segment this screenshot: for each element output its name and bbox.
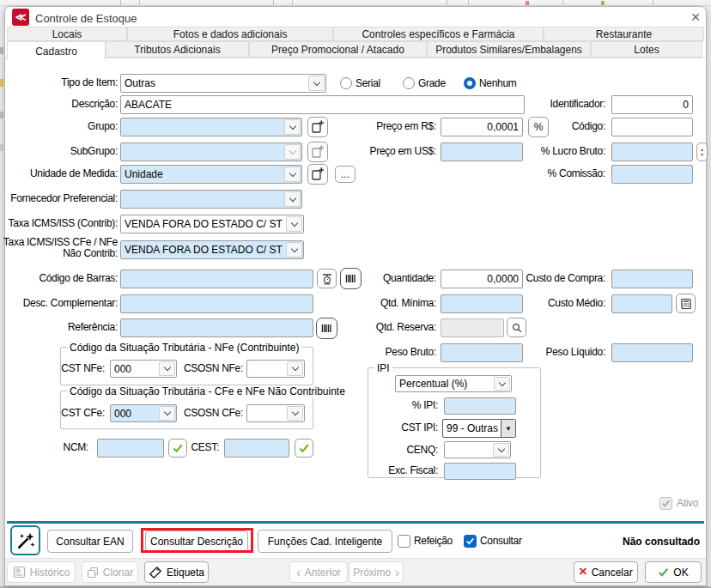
clonar-button[interactable]: Clonar bbox=[82, 561, 138, 583]
csosn-nfe-label: CSOSN NFe: bbox=[184, 363, 243, 374]
tab-tributos-adicionais[interactable]: Tributos Adicionais bbox=[106, 41, 249, 58]
descricao-input[interactable]: ABACATE bbox=[120, 95, 525, 114]
add-grupo-button[interactable] bbox=[307, 117, 328, 137]
cenq-label: CENQ: bbox=[406, 445, 438, 456]
codigo-label: Código: bbox=[572, 121, 605, 132]
barcode-icon-button[interactable] bbox=[316, 318, 337, 339]
tab-locais[interactable]: Locais bbox=[7, 27, 127, 41]
lucro-bruto-input[interactable] bbox=[611, 142, 693, 161]
refeicao-label: Refeição bbox=[414, 536, 453, 547]
ncm-label: NCM: bbox=[64, 442, 88, 453]
anterior-button[interactable]: ‹Anterior bbox=[289, 561, 348, 583]
groupbox-cst-nfe-title: Código da Situação Tributária - NFe (Con… bbox=[67, 342, 301, 354]
tab-produtos-similares-embalagens[interactable]: Produtos Similares/Embalagens bbox=[427, 41, 591, 58]
ipi-percent-input[interactable] bbox=[444, 397, 516, 415]
unidade-more-button[interactable]: ... bbox=[335, 166, 356, 183]
ativo-label: Ativo bbox=[677, 498, 698, 509]
tipo-item-select[interactable]: Outras bbox=[120, 74, 326, 93]
proximo-button[interactable]: Próximo› bbox=[349, 561, 404, 583]
calculator-icon-button[interactable] bbox=[676, 294, 696, 313]
tab-preco-promocional-atacado[interactable]: Preço Promocional / Atacado bbox=[249, 41, 427, 58]
radio-nenhum[interactable] bbox=[464, 77, 476, 89]
app-icon: ≪ bbox=[12, 9, 29, 26]
chevron-down-icon bbox=[159, 361, 175, 376]
consultar-checkbox[interactable] bbox=[464, 535, 477, 548]
radio-serial[interactable] bbox=[340, 77, 352, 89]
unidade-medida-select[interactable]: Unidade bbox=[120, 165, 302, 184]
dropdown-arrow-icon: ▼ bbox=[501, 420, 515, 437]
chevron-down-icon bbox=[287, 361, 303, 376]
screen: ≪ Controle de Estoque × Locais Fotos e d… bbox=[0, 0, 711, 588]
refeicao-checkbox[interactable] bbox=[398, 535, 410, 548]
csosn-nfe-select[interactable] bbox=[246, 360, 305, 378]
window-title: Controle de Estoque bbox=[35, 12, 137, 25]
consultar-ean-button[interactable]: Consultar EAN bbox=[47, 530, 133, 553]
tipo-item-label: Tipo de Item: bbox=[61, 77, 118, 88]
preco-rs-input[interactable]: 0,0001 bbox=[441, 118, 523, 136]
exc-fiscal-input[interactable] bbox=[444, 463, 516, 480]
tab-lotes[interactable]: Lotes bbox=[591, 41, 702, 58]
cest-input[interactable] bbox=[224, 439, 289, 458]
codigo-input[interactable] bbox=[611, 118, 693, 136]
unidade-medida-label: Unidade de Medida: bbox=[30, 168, 118, 179]
preco-rs-label: Preço em R$: bbox=[376, 121, 436, 132]
custo-medio-input[interactable] bbox=[611, 294, 672, 313]
subgrupo-select[interactable] bbox=[120, 142, 302, 161]
tab-cadastro[interactable]: Cadastro bbox=[7, 41, 106, 60]
annotation-highlight bbox=[141, 528, 253, 553]
taxa-icms-nao-contrib-select[interactable]: VENDA FORA DO ESTADO C/ ST bbox=[120, 240, 304, 259]
tab-restaurante[interactable]: Restaurante bbox=[544, 27, 704, 41]
cst-cfe-select[interactable]: 000 bbox=[110, 404, 177, 422]
cenq-select[interactable] bbox=[444, 441, 511, 458]
barcode-icon-button[interactable] bbox=[340, 268, 362, 289]
add-unidade-button[interactable] bbox=[307, 164, 328, 185]
grupo-select[interactable] bbox=[120, 118, 302, 136]
custo-compra-input[interactable] bbox=[611, 270, 693, 288]
peso-liquido-label: Peso Líquido: bbox=[546, 347, 606, 358]
comissao-label: % Comissão: bbox=[548, 168, 605, 179]
csosn-cfe-label: CSOSN CFe: bbox=[184, 408, 243, 419]
chevron-down-icon bbox=[159, 406, 175, 421]
tab-fotos-dados-adicionais[interactable]: Fotos e dados adicionais bbox=[127, 27, 333, 41]
qtd-reserva-label: Qtd. Reserva: bbox=[376, 322, 436, 333]
referencia-input[interactable] bbox=[120, 318, 313, 337]
cst-ipi-select[interactable]: 99 - Outras▼ bbox=[442, 419, 516, 438]
csosn-cfe-select[interactable] bbox=[246, 404, 305, 422]
peso-bruto-input[interactable] bbox=[441, 343, 523, 362]
qtd-minima-input[interactable] bbox=[441, 294, 523, 313]
tab-controles-especificos-farmacia[interactable]: Controles específicos e Farmácia bbox=[333, 27, 544, 41]
codigo-barras-input[interactable] bbox=[120, 270, 313, 288]
chevron-down-icon bbox=[286, 216, 302, 232]
funcoes-cad-inteligente-button[interactable]: Funções Cad. Inteligente bbox=[258, 530, 392, 553]
cest-check-button[interactable] bbox=[295, 439, 313, 458]
quantidade-input[interactable]: 0,0000 bbox=[441, 270, 523, 288]
cst-nfe-select[interactable]: 000 bbox=[110, 360, 177, 378]
search-icon-button[interactable] bbox=[507, 318, 526, 337]
close-icon[interactable]: × bbox=[686, 8, 705, 27]
lucro-options-button[interactable]: : bbox=[696, 142, 708, 161]
preco-us-input[interactable] bbox=[441, 142, 523, 161]
ncm-check-button[interactable] bbox=[168, 439, 187, 458]
chevron-down-icon bbox=[494, 377, 510, 391]
radio-grade[interactable] bbox=[403, 77, 415, 89]
etiqueta-button[interactable]: Etiqueta bbox=[144, 561, 209, 583]
chevron-down-icon bbox=[284, 119, 301, 135]
identificador-input[interactable]: 0 bbox=[611, 95, 693, 114]
ipi-tipo-select[interactable]: Percentual (%) bbox=[395, 375, 512, 392]
preco-us-label: Preço em US$: bbox=[370, 146, 436, 157]
scale-icon-button[interactable] bbox=[317, 269, 337, 288]
cancelar-button[interactable]: ×Cancelar bbox=[574, 561, 638, 583]
magic-wand-button[interactable] bbox=[10, 525, 40, 555]
ok-button[interactable]: OK bbox=[645, 561, 702, 583]
historico-button[interactable]: Histórico bbox=[7, 561, 76, 583]
peso-liquido-input[interactable] bbox=[611, 343, 693, 362]
add-subgrupo-button[interactable] bbox=[307, 142, 328, 162]
fornecedor-select[interactable] bbox=[120, 190, 302, 209]
desc-complementar-input[interactable] bbox=[120, 294, 313, 313]
cst-nfe-label: CST NFe: bbox=[61, 363, 105, 374]
chevron-down-icon bbox=[493, 443, 509, 457]
taxa-icms-contrib-select[interactable]: VENDA FORA DO ESTADO C/ ST bbox=[120, 215, 304, 233]
ncm-input[interactable] bbox=[97, 439, 164, 458]
percent-button[interactable]: % bbox=[528, 117, 549, 137]
comissao-input[interactable] bbox=[611, 165, 693, 184]
